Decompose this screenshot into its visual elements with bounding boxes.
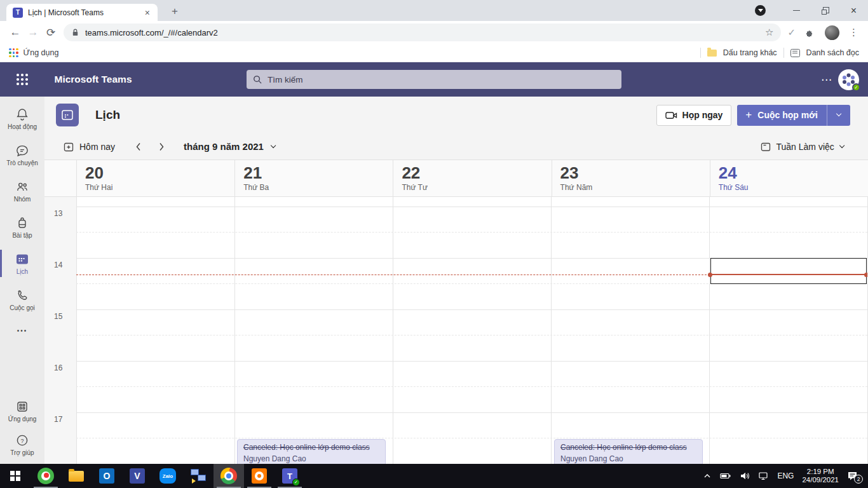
sidebar-item-apps[interactable]: Ứng dụng	[0, 394, 44, 428]
sidebar-item-activity[interactable]: Hoạt động	[0, 100, 44, 137]
event-organizer: Nguyen Dang Cao	[560, 454, 696, 464]
calendar-header: Lịch Họp ngay + Cuộc họp mới	[44, 97, 868, 133]
day-header-24-today[interactable]: 24 Thứ Sáu	[710, 160, 868, 196]
teams-search-box[interactable]	[247, 70, 621, 89]
event-canceled-demo-class-thu[interactable]: Canceled: Học online lớp demo class Nguy…	[554, 439, 703, 464]
page-title: Lịch	[95, 108, 120, 122]
tab-close-icon[interactable]: ×	[142, 8, 153, 18]
day-header-21[interactable]: 21 Thứ Ba	[234, 160, 393, 196]
chevron-down-icon	[271, 143, 276, 149]
chrome-icon	[220, 468, 237, 484]
toolbar-right: ✓ ⋮	[787, 25, 862, 40]
taskbar-visio[interactable]: V	[122, 464, 153, 488]
action-center-button[interactable]: 2	[847, 471, 862, 481]
day-header-20[interactable]: 20 Thứ Hai	[76, 160, 234, 196]
day-header-22[interactable]: 22 Thứ Tư	[393, 160, 551, 196]
sidebar-item-calendar[interactable]: Lịch	[0, 245, 44, 281]
sidebar-item-help[interactable]: ? Trợ giúp	[0, 428, 44, 461]
presence-available-icon: ✓	[852, 83, 860, 92]
month-picker[interactable]: tháng 9 năm 2021	[184, 141, 275, 152]
forward-button[interactable]: →	[24, 26, 42, 39]
taskbar-chrome[interactable]	[214, 464, 244, 488]
calendar-toolbar: Hôm nay tháng 9 năm 2021 Tuần Làm việc	[44, 133, 868, 160]
selected-time-slot[interactable]	[710, 258, 867, 284]
browser-update-icon[interactable]	[755, 5, 766, 16]
browser-profile-avatar[interactable]	[825, 25, 839, 40]
apps-bookmark-label[interactable]: Ứng dụng	[24, 48, 59, 57]
new-meeting-button[interactable]: + Cuộc họp mới	[737, 105, 850, 126]
today-label: Hôm nay	[79, 142, 115, 152]
plus-icon: +	[737, 109, 757, 121]
battery-icon[interactable]	[720, 471, 731, 480]
taskbar-outlook[interactable]: O	[92, 464, 122, 488]
address-bar[interactable]: ☆	[64, 24, 781, 41]
sidebar-item-teams[interactable]: Nhóm	[0, 173, 44, 209]
day-header-23[interactable]: 23 Thứ Năm	[552, 160, 710, 196]
taskbar-teams[interactable]: T✓	[275, 464, 305, 488]
new-meeting-dropdown[interactable]	[827, 114, 850, 116]
taskbar-coccoc[interactable]	[31, 464, 61, 488]
extension-check-icon[interactable]: ✓	[787, 27, 796, 38]
calendar-grid[interactable]: 13 14 15 16 17 Canceled: Học online lớp …	[44, 197, 868, 464]
minimize-button[interactable]	[782, 0, 811, 21]
day-number: 22	[402, 163, 551, 182]
sidebar-label: Nhóm	[14, 196, 31, 203]
new-tab-button[interactable]: +	[166, 3, 183, 20]
prev-week-icon[interactable]	[135, 142, 142, 152]
taskbar-remote-desktop[interactable]	[183, 464, 214, 488]
other-bookmarks-label[interactable]: Dấu trang khác	[723, 48, 777, 57]
waffle-icon[interactable]	[17, 74, 28, 85]
chevron-down-icon	[839, 143, 845, 149]
teams-user-avatar[interactable]: ✓	[838, 69, 859, 90]
backpack-icon	[15, 216, 29, 230]
next-week-icon[interactable]	[158, 142, 165, 152]
clock[interactable]: 2:19 PM 24/09/2021	[802, 468, 839, 485]
sidebar-item-calls[interactable]: Cuộc gọi	[0, 281, 44, 318]
restore-button[interactable]	[811, 0, 839, 21]
work-week-icon	[761, 142, 771, 152]
day-header-row: 20 Thứ Hai 21 Thứ Ba 22 Thứ Tư 23 Thứ Nă…	[44, 160, 868, 197]
search-input[interactable]	[268, 75, 615, 85]
reading-list-label[interactable]: Danh sách đọc	[806, 48, 859, 57]
view-selector[interactable]: Tuần Làm việc	[761, 142, 844, 152]
teams-more-options-icon[interactable]: ⋯	[821, 73, 832, 86]
day-column-24[interactable]	[709, 197, 867, 464]
today-button[interactable]: Hôm nay	[64, 142, 115, 152]
bookmark-star-icon[interactable]: ☆	[765, 27, 773, 38]
taskbar-zalo[interactable]: Zalo	[153, 464, 183, 488]
day-column-21[interactable]	[234, 197, 393, 464]
network-icon[interactable]	[758, 471, 769, 480]
browser-tab[interactable]: T Lịch | Microsoft Teams ×	[6, 4, 158, 21]
event-canceled-demo-class-tue[interactable]: Canceled: Học online lớp demo class Nguy…	[237, 439, 386, 464]
reload-button[interactable]: ⟳	[42, 26, 60, 39]
apps-grid-icon[interactable]	[9, 48, 18, 58]
lock-icon	[71, 28, 79, 37]
start-button[interactable]	[0, 464, 31, 488]
meet-now-button[interactable]: Họp ngay	[656, 105, 732, 126]
taskbar-foxit[interactable]	[244, 464, 275, 488]
browser-menu-icon[interactable]: ⋮	[849, 27, 859, 38]
taskbar-file-explorer[interactable]	[61, 464, 92, 488]
language-indicator[interactable]: ENG	[777, 471, 794, 480]
sidebar-label: Trò chuyện	[6, 159, 38, 166]
visio-icon: V	[130, 468, 145, 484]
show-hidden-icons-chevron[interactable]	[703, 472, 712, 480]
day-column-22[interactable]	[393, 197, 551, 464]
sidebar-item-assignments[interactable]: Bài tập	[0, 209, 44, 245]
month-label: tháng 9 năm 2021	[184, 141, 264, 152]
tab-title: Lịch | Microsoft Teams	[28, 8, 142, 17]
svg-text:?: ?	[20, 437, 24, 444]
sidebar-item-chat[interactable]: Trò chuyện	[0, 137, 44, 173]
extensions-puzzle-icon[interactable]	[805, 27, 815, 38]
windows-taskbar: O V Zalo T✓ ENG 2:19 PM 24/09/2021 2	[0, 464, 868, 488]
day-column-20[interactable]	[76, 197, 234, 464]
event-title: Canceled: Học online lớp demo class	[243, 442, 379, 452]
back-button[interactable]: ←	[6, 26, 24, 39]
url-input[interactable]	[85, 28, 765, 37]
system-tray: ENG 2:19 PM 24/09/2021 2	[703, 464, 868, 488]
close-button[interactable]: ×	[839, 0, 868, 21]
sidebar-more-icon[interactable]: •••	[0, 318, 44, 343]
day-column-23[interactable]	[551, 197, 709, 464]
speaker-icon[interactable]	[740, 471, 750, 480]
file-explorer-icon	[69, 471, 84, 482]
